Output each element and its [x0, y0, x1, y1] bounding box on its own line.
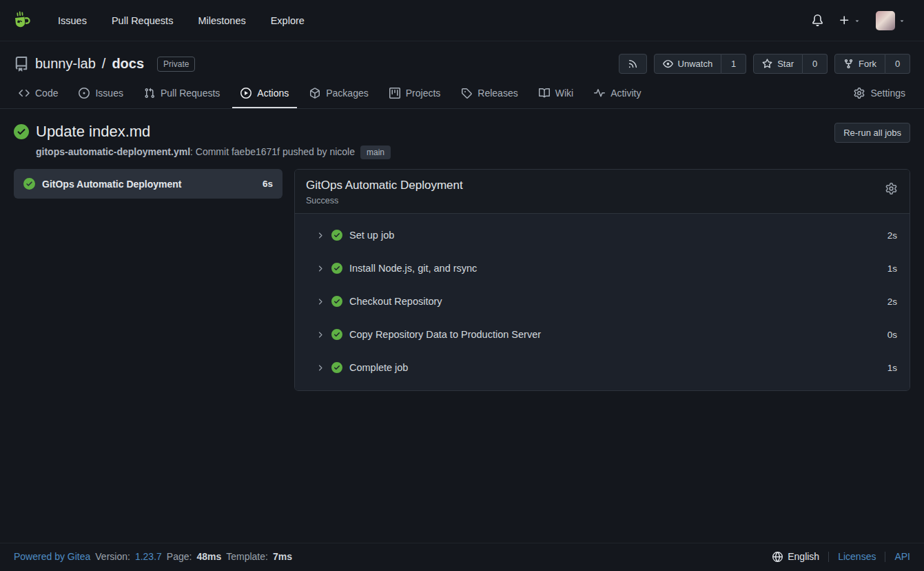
star-label: Star	[777, 59, 794, 69]
run-subtitle: gitops-automatic-deployment.yml: Commit …	[36, 146, 391, 159]
step-name: Set up job	[349, 230, 881, 241]
tab-code-label: Code	[35, 88, 58, 99]
tab-issues[interactable]: Issues	[70, 79, 131, 108]
page-footer: Powered by Gitea Version: 1.23.7 Page: 4…	[0, 543, 924, 571]
nav-item-milestones[interactable]: Milestones	[185, 8, 258, 33]
user-menu-button[interactable]	[868, 6, 913, 36]
notifications-button[interactable]	[804, 9, 831, 32]
step-row-setup-job[interactable]: Set up job 2s	[295, 219, 910, 252]
step-duration: 2s	[887, 230, 897, 241]
repo-header: bunny-lab / docs Private Unwatch 1 Star …	[0, 41, 924, 77]
success-check-circle-icon	[331, 362, 342, 373]
job-log-panel: GitOps Automatic Deployment Success Set …	[294, 169, 910, 391]
chevron-right-icon	[316, 297, 325, 306]
globe-icon	[772, 552, 783, 562]
repo-icon	[14, 57, 29, 72]
plus-icon	[839, 14, 850, 26]
gitea-logo-icon[interactable]	[11, 10, 33, 32]
tab-wiki[interactable]: Wiki	[531, 79, 582, 108]
issue-opened-icon	[79, 88, 90, 99]
api-link[interactable]: API	[885, 551, 910, 562]
tab-projects[interactable]: Projects	[381, 79, 449, 108]
watchers-count-button[interactable]: 1	[721, 54, 746, 74]
repo-title: bunny-lab / docs Private	[14, 56, 195, 72]
forks-count-button[interactable]: 0	[885, 54, 910, 74]
git-pull-request-icon	[144, 88, 155, 99]
job-name: GitOps Automatic Deployment	[42, 179, 256, 190]
code-icon	[19, 88, 30, 99]
tab-actions-label: Actions	[257, 88, 289, 99]
version-value-link[interactable]: 1.23.7	[135, 551, 162, 562]
job-panel-title: GitOps Automatic Deployment	[306, 179, 463, 192]
tag-icon	[461, 88, 472, 99]
chevron-right-icon	[316, 231, 325, 240]
tab-settings[interactable]: Settings	[845, 79, 914, 108]
settings-tools-icon	[854, 88, 865, 99]
tab-actions[interactable]: Actions	[232, 79, 297, 108]
job-panel-header: GitOps Automatic Deployment Success	[295, 170, 910, 214]
star-button[interactable]: Star	[753, 54, 803, 74]
tab-settings-label: Settings	[870, 88, 905, 99]
repo-name-link[interactable]: docs	[112, 56, 144, 72]
step-row-install-node[interactable]: Install Node.js, git, and rsync 1s	[295, 252, 910, 285]
tab-activity[interactable]: Activity	[586, 79, 649, 108]
star-icon	[762, 59, 772, 69]
tab-pull-requests[interactable]: Pull Requests	[136, 79, 228, 108]
powered-by-gitea-link[interactable]: Powered by Gitea	[14, 551, 90, 562]
git-fork-icon	[843, 59, 854, 69]
template-time-value: 7ms	[273, 551, 292, 562]
chevron-right-icon	[316, 363, 325, 372]
top-navbar: Issues Pull Requests Milestones Explore	[0, 0, 924, 41]
step-row-copy-repository-data[interactable]: Copy Repository Data to Production Serve…	[295, 318, 910, 351]
job-steps-list: Set up job 2s Install Node.js, git, and …	[295, 214, 910, 390]
rss-feed-button[interactable]	[619, 54, 647, 74]
repo-separator: /	[102, 56, 106, 72]
success-check-circle-icon	[331, 296, 342, 307]
stars-count-button[interactable]: 0	[803, 54, 828, 74]
licenses-link[interactable]: Licenses	[829, 551, 885, 562]
success-check-circle-icon	[23, 178, 35, 190]
step-duration: 0s	[887, 330, 897, 340]
success-check-circle-icon	[331, 329, 342, 340]
tab-code[interactable]: Code	[10, 79, 66, 108]
run-title-block: Update index.md gitops-automatic-deploym…	[14, 123, 391, 159]
workflow-file-link[interactable]: gitops-automatic-deployment.yml	[36, 146, 190, 157]
chevron-down-icon	[854, 17, 861, 24]
unwatch-button[interactable]: Unwatch	[654, 54, 722, 74]
nav-item-pull-requests[interactable]: Pull Requests	[99, 8, 185, 33]
book-icon	[539, 88, 550, 99]
create-new-button[interactable]	[831, 9, 868, 32]
step-duration: 2s	[887, 297, 897, 307]
jobs-sidebar: GitOps Automatic Deployment 6s	[14, 169, 283, 199]
avatar	[876, 11, 895, 30]
run-content: GitOps Automatic Deployment 6s GitOps Au…	[0, 159, 924, 391]
run-title: Update index.md	[36, 123, 150, 141]
branch-badge[interactable]: main	[360, 146, 391, 159]
step-row-checkout-repository[interactable]: Checkout Repository 2s	[295, 285, 910, 318]
repo-tab-bar: Code Issues Pull Requests Actions Packag…	[0, 79, 924, 109]
pulse-icon	[594, 88, 605, 99]
language-selector[interactable]: English	[772, 551, 828, 562]
chevron-right-icon	[316, 264, 325, 273]
version-label: Version:	[95, 551, 130, 562]
watch-button-group: Unwatch 1	[654, 54, 747, 74]
tab-packages[interactable]: Packages	[301, 79, 376, 108]
rss-icon	[628, 59, 638, 69]
fork-button[interactable]: Fork	[834, 54, 885, 74]
rerun-all-jobs-button[interactable]: Re-run all jobs	[834, 123, 910, 143]
success-check-circle-icon	[331, 230, 342, 241]
job-panel-status: Success	[306, 196, 463, 206]
step-row-complete-job[interactable]: Complete job 1s	[295, 351, 910, 384]
play-circle-icon	[240, 88, 251, 99]
step-duration: 1s	[887, 263, 897, 274]
repo-owner-link[interactable]: bunny-lab	[35, 56, 96, 72]
job-duration: 6s	[263, 179, 273, 189]
nav-item-issues[interactable]: Issues	[45, 8, 99, 33]
package-icon	[309, 88, 320, 99]
job-log-settings-button[interactable]	[884, 179, 899, 199]
tab-releases[interactable]: Releases	[453, 79, 526, 108]
job-list-item-selected[interactable]: GitOps Automatic Deployment 6s	[14, 169, 283, 199]
tab-wiki-label: Wiki	[555, 88, 573, 99]
nav-item-explore[interactable]: Explore	[258, 8, 317, 33]
private-badge: Private	[157, 57, 195, 72]
